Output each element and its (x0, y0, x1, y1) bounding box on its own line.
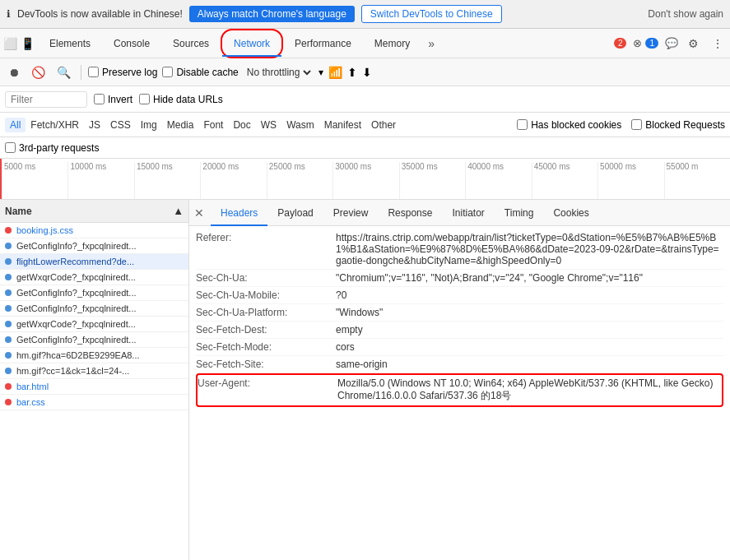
throttle-arrow[interactable]: ▾ (319, 67, 323, 78)
request-name: flightLowerRecommend?de... (16, 257, 134, 266)
header-name: Sec-Fetch-Dest: (196, 324, 336, 336)
banner-icon: ℹ (7, 8, 11, 20)
disable-cache-label[interactable]: Disable cache (162, 67, 238, 78)
type-font[interactable]: Font (198, 118, 228, 132)
download-icon[interactable]: ⬇ (362, 66, 372, 79)
tab-console[interactable]: Console (102, 29, 161, 58)
tab-memory[interactable]: Memory (363, 29, 421, 58)
disable-cache-checkbox[interactable] (162, 67, 173, 77)
record-button[interactable]: ⏺ (5, 64, 23, 81)
third-party-checkbox[interactable] (5, 142, 16, 153)
request-item[interactable]: GetConfigInfo?_fxpcqlniredt... (0, 238, 188, 254)
type-js[interactable]: JS (84, 118, 105, 132)
tab-cookies[interactable]: Cookies (543, 200, 598, 226)
dont-show-button[interactable]: Don't show again (648, 8, 723, 20)
request-item[interactable]: bar.html (0, 379, 188, 395)
timeline-mark: 5000 ms (2, 162, 67, 199)
filter-input[interactable] (5, 91, 87, 108)
settings-icon[interactable]: ⚙ (681, 37, 705, 50)
headers-content: Referer:https://trains.ctrip.com/webapp/… (189, 226, 730, 560)
throttle-select[interactable]: No throttling (244, 66, 314, 79)
tab-preview[interactable]: Preview (323, 200, 379, 226)
request-item[interactable]: GetConfigInfo?_fxpcqlniredt... (0, 285, 188, 301)
type-other[interactable]: Other (366, 118, 401, 132)
request-item[interactable]: flightLowerRecommend?de... (0, 254, 188, 270)
request-item[interactable]: hm.gif?hca=6D2BE9299EA8... (0, 348, 188, 363)
preserve-log-label[interactable]: Preserve log (88, 67, 157, 78)
request-dot (5, 321, 12, 327)
request-name: GetConfigInfo?_fxpcqlniredt... (16, 335, 137, 345)
request-dot (5, 258, 12, 265)
always-match-button[interactable]: Always match Chrome's language (189, 6, 355, 22)
tab-sources[interactable]: Sources (161, 29, 221, 58)
tab-network[interactable]: Network (221, 29, 283, 58)
request-item[interactable]: GetConfigInfo?_fxpcqlniredt... (0, 332, 188, 348)
header-value: ?0 (336, 289, 723, 301)
request-item[interactable]: getWxqrCode?_fxpcqlniredt... (0, 270, 188, 285)
request-name: GetConfigInfo?_fxpcqlniredt... (16, 241, 137, 251)
type-fetch-xhr[interactable]: Fetch/XHR (26, 118, 84, 132)
has-blocked-cookies-checkbox[interactable] (517, 119, 528, 130)
header-name: Sec-Ch-Ua-Mobile: (196, 289, 336, 301)
scroll-up-icon[interactable]: ▲ (173, 205, 184, 217)
header-row: Sec-Fetch-Mode:cors (196, 339, 723, 356)
switch-to-chinese-button[interactable]: Switch DevTools to Chinese (361, 5, 502, 23)
request-item[interactable]: bar.css (0, 395, 188, 410)
network-toolbar: ⏺ 🚫 🔍 Preserve log Disable cache No thro… (0, 58, 730, 86)
error-badge: 2 (614, 38, 627, 49)
request-name: getWxqrCode?_fxpcqlniredt... (16, 272, 136, 282)
type-wasm[interactable]: Wasm (281, 118, 319, 132)
type-css[interactable]: CSS (105, 118, 136, 132)
tab-performance[interactable]: Performance (283, 29, 363, 58)
has-blocked-cookies-label[interactable]: Has blocked cookies (517, 119, 621, 131)
left-panel: Name ▲ booking.js.cssGetConfigInfo?_fxpc… (0, 200, 189, 560)
header-name: Referer: (196, 232, 336, 266)
blocked-requests-label[interactable]: Blocked Requests (631, 119, 725, 131)
request-item[interactable]: getWxqrCode?_fxpcqlniredt... (0, 317, 188, 332)
type-doc[interactable]: Doc (228, 118, 255, 132)
timeline-mark: 25000 ms (267, 162, 332, 199)
request-item[interactable]: hm.gif?cc=1&ck=1&cl=24-... (0, 363, 188, 379)
header-value: same-origin (336, 359, 723, 370)
header-row: Sec-Ch-Ua-Mobile:?0 (196, 287, 723, 304)
device-icon[interactable]: 📱 (21, 37, 35, 50)
request-dot (5, 305, 12, 312)
filter-icon[interactable]: 🔍 (53, 64, 74, 81)
request-item[interactable]: GetConfigInfo?_fxpcqlniredt... (0, 301, 188, 317)
upload-icon[interactable]: ⬆ (347, 66, 357, 79)
request-item[interactable]: booking.js.css (0, 223, 188, 238)
type-manifest[interactable]: Manifest (319, 118, 366, 132)
inspect-icon[interactable]: ⬜ (3, 37, 17, 50)
detail-close-button[interactable]: ✕ (194, 206, 204, 220)
hide-data-urls-checkbox[interactable] (139, 94, 150, 104)
type-all[interactable]: All (5, 118, 26, 132)
blocked-requests-checkbox[interactable] (631, 119, 642, 130)
tabs-overflow[interactable]: » (421, 37, 441, 50)
more-icon[interactable]: ⋮ (709, 37, 727, 50)
header-name: Sec-Fetch-Mode: (196, 341, 336, 353)
clear-button[interactable]: 🚫 (28, 64, 49, 81)
header-name: User-Agent: (198, 377, 337, 403)
tab-payload[interactable]: Payload (267, 200, 323, 226)
timeline-mark: 35000 ms (399, 162, 465, 199)
tab-response[interactable]: Response (378, 200, 442, 226)
request-dot (5, 227, 12, 234)
type-img[interactable]: Img (136, 118, 162, 132)
type-ws[interactable]: WS (256, 118, 281, 132)
preserve-log-checkbox[interactable] (88, 67, 99, 77)
invert-checkbox[interactable] (94, 94, 105, 104)
devtools-banner: ℹ DevTools is now available in Chinese! … (0, 0, 730, 29)
request-list: booking.js.cssGetConfigInfo?_fxpcqlnired… (0, 223, 188, 560)
request-name: GetConfigInfo?_fxpcqlniredt... (16, 303, 137, 313)
type-media[interactable]: Media (162, 118, 199, 132)
third-party-label[interactable]: 3rd-party requests (5, 142, 99, 154)
header-value: empty (336, 324, 723, 336)
header-row: Sec-Fetch-Dest:empty (196, 322, 723, 339)
blocked-requests-text: Blocked Requests (645, 119, 725, 131)
tab-initiator[interactable]: Initiator (442, 200, 494, 226)
hide-data-urls-label[interactable]: Hide data URLs (139, 94, 223, 105)
tab-timing[interactable]: Timing (495, 200, 544, 226)
invert-label[interactable]: Invert (94, 94, 133, 105)
tab-elements[interactable]: Elements (38, 29, 102, 58)
tab-headers[interactable]: Headers (211, 200, 267, 226)
